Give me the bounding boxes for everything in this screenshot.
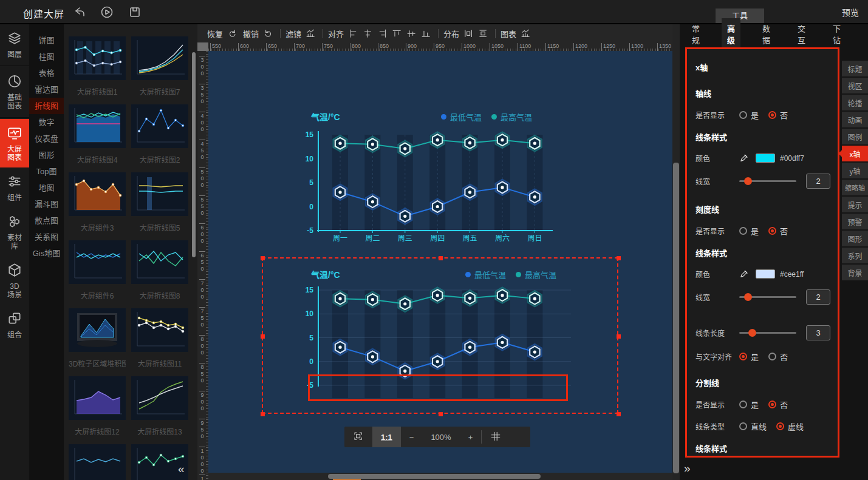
thumbnail-大屏折线图4[interactable]: 大屏折线图4	[69, 104, 126, 172]
zoom-in-button[interactable]: +	[460, 427, 482, 447]
canvas-hscrollbar[interactable]	[208, 473, 672, 480]
rail-item-2[interactable]: 基础图表	[0, 67, 29, 116]
radio-option-直线[interactable]: 直线	[739, 421, 767, 432]
chart-type-散点图[interactable]: 散点图	[29, 212, 64, 229]
toolbar-group-撤销[interactable]: 撤销	[243, 28, 273, 39]
chart-type-仪表盘[interactable]: 仪表盘	[29, 130, 64, 147]
radio-icon[interactable]	[768, 227, 776, 235]
chart-type-图形[interactable]: 图形	[29, 147, 64, 163]
axis-tab-背景[interactable]: 背景	[842, 265, 868, 280]
chart-type-地图[interactable]: 地图	[29, 180, 64, 196]
thumbnail-大屏折线图1[interactable]: 大屏折线图1	[69, 36, 126, 104]
radio-option-否[interactable]: 否	[768, 399, 788, 410]
radio-option-是[interactable]: 是	[739, 109, 759, 121]
rail-item-6[interactable]: 3D场景	[0, 256, 29, 305]
line-chart-bottom-selected[interactable]: 气温/°C最低气温最高气温151050-5	[296, 265, 582, 414]
design-canvas[interactable]: 气温/°C最低气温最高气温151050-5周一周二周三周四周五周六周日 气温/°…	[208, 51, 672, 473]
color-swatch[interactable]	[756, 269, 775, 279]
selection-handle[interactable]	[617, 412, 621, 416]
zoom-out-button[interactable]: −	[401, 427, 423, 447]
value-input[interactable]: 2	[806, 289, 830, 305]
chart-type-饼图[interactable]: 饼图	[29, 32, 64, 49]
preview-button[interactable]: 预览	[842, 6, 859, 18]
toolbar-group-滤镜[interactable]: 滤镜	[285, 28, 316, 39]
collapse-right-panel-icon[interactable]: »	[684, 462, 691, 475]
chart-type-Gis地图[interactable]: Gis地图	[29, 245, 64, 262]
rail-item-1[interactable]: 图层	[0, 24, 29, 64]
chart-type-漏斗图[interactable]: 漏斗图	[29, 196, 64, 212]
slider-knob[interactable]	[744, 293, 752, 301]
property-tab-交互[interactable]: 交互	[792, 18, 811, 50]
radio-icon[interactable]	[768, 111, 776, 119]
radio-icon[interactable]	[776, 422, 784, 430]
back-icon[interactable]	[72, 5, 86, 19]
thumbnail-大屏组件6[interactable]: 大屏组件6	[69, 240, 126, 308]
chart-type-Top图[interactable]: Top图	[29, 163, 64, 180]
eyedropper-icon[interactable]	[739, 153, 750, 163]
rail-item-3[interactable]: 大屏图表	[0, 119, 29, 167]
thumbnail-大屏折线图11[interactable]: 大屏折线图11	[131, 308, 188, 376]
axis-tab-视区[interactable]: 视区	[842, 78, 868, 93]
thumbnail-大屏折线图8[interactable]: 大屏折线图8	[131, 240, 188, 308]
selection-handle[interactable]	[439, 256, 443, 260]
radio-icon[interactable]	[768, 353, 776, 360]
slider-track[interactable]	[739, 180, 796, 182]
selection-handle[interactable]	[617, 256, 621, 260]
radio-icon[interactable]	[739, 111, 747, 119]
value-input[interactable]: 2	[806, 174, 830, 189]
chart-type-折线图[interactable]: 折线图	[29, 98, 64, 114]
legend-item[interactable]: 最低气温	[465, 269, 506, 280]
property-tab-联动[interactable]: 联动	[863, 18, 868, 50]
radio-option-是[interactable]: 是	[739, 351, 759, 362]
thumbnail-extra-12[interactable]	[69, 444, 126, 480]
axis-tab-提示[interactable]: 提示	[842, 197, 868, 212]
chart-type-关系图[interactable]: 关系图	[29, 229, 64, 245]
toolbar-group-分布[interactable]: 分布	[443, 28, 488, 39]
axis-tab-图例[interactable]: 图例	[842, 129, 868, 144]
radio-icon[interactable]	[739, 422, 747, 430]
radio-icon[interactable]	[739, 401, 747, 408]
slider-track[interactable]	[739, 332, 796, 334]
line-chart-top[interactable]: 气温/°C最低气温最高气温151050-5周一周二周三周四周五周六周日	[296, 107, 558, 256]
chart-type-柱图[interactable]: 柱图	[29, 49, 64, 65]
slider-knob[interactable]	[748, 329, 756, 337]
value-input[interactable]: 3	[806, 325, 830, 340]
radio-option-是[interactable]: 是	[739, 399, 759, 410]
axis-tab-缩略轴[interactable]: 缩略轴	[842, 180, 868, 195]
chart-type-表格[interactable]: 表格	[29, 65, 64, 81]
chart-type-雷达图[interactable]: 雷达图	[29, 81, 64, 98]
axis-tab-预警[interactable]: 预警	[842, 214, 868, 229]
thumbnail-大屏折线图7[interactable]: 大屏折线图7	[131, 36, 188, 104]
thumbnail-大屏折线图12[interactable]: 大屏折线图12	[69, 376, 126, 444]
property-tab-数据[interactable]: 数据	[757, 18, 776, 50]
rail-item-5[interactable]: 素材库	[0, 208, 29, 256]
selection-handle[interactable]	[261, 334, 265, 339]
legend-item[interactable]: 最低气温	[441, 111, 482, 123]
selection-handle[interactable]	[261, 256, 265, 260]
legend-item[interactable]: 最高气温	[516, 269, 556, 280]
fit-screen-button[interactable]	[344, 427, 372, 447]
ratio-1-1-button[interactable]: 1:1	[372, 427, 401, 447]
chart-type-数字[interactable]: 数字	[29, 114, 64, 130]
save-icon[interactable]	[128, 5, 142, 19]
thumbnail-3D粒子区域堆积图[interactable]: 3D粒子区域堆积图	[69, 308, 126, 376]
play-icon[interactable]	[100, 5, 114, 19]
color-swatch[interactable]	[756, 154, 775, 163]
hscrollbar-thumb[interactable]	[328, 474, 541, 479]
thumbnail-大屏组件3[interactable]: 大屏组件3	[69, 172, 126, 240]
axis-tab-y轴[interactable]: y轴	[842, 163, 868, 178]
radio-option-否[interactable]: 否	[768, 225, 788, 237]
axis-tab-图形[interactable]: 图形	[842, 231, 868, 246]
axis-tab-动画[interactable]: 动画	[842, 112, 868, 127]
thumbnail-大屏折线图13[interactable]: 大屏折线图13	[131, 376, 188, 444]
axis-tab-轮播[interactable]: 轮播	[842, 95, 868, 110]
eyedropper-icon[interactable]	[739, 269, 750, 279]
radio-option-是[interactable]: 是	[739, 225, 759, 237]
thumbnail-scrollbar[interactable]	[192, 52, 196, 257]
toolbar-group-恢复[interactable]: 恢复	[207, 28, 238, 39]
property-tab-高级[interactable]: 高级	[722, 18, 740, 50]
radio-option-否[interactable]: 否	[768, 109, 788, 121]
rail-item-7[interactable]: 组合	[0, 305, 29, 345]
rail-item-4[interactable]: 组件	[0, 167, 29, 208]
thumbnail-大屏折线图2[interactable]: 大屏折线图2	[131, 104, 188, 172]
